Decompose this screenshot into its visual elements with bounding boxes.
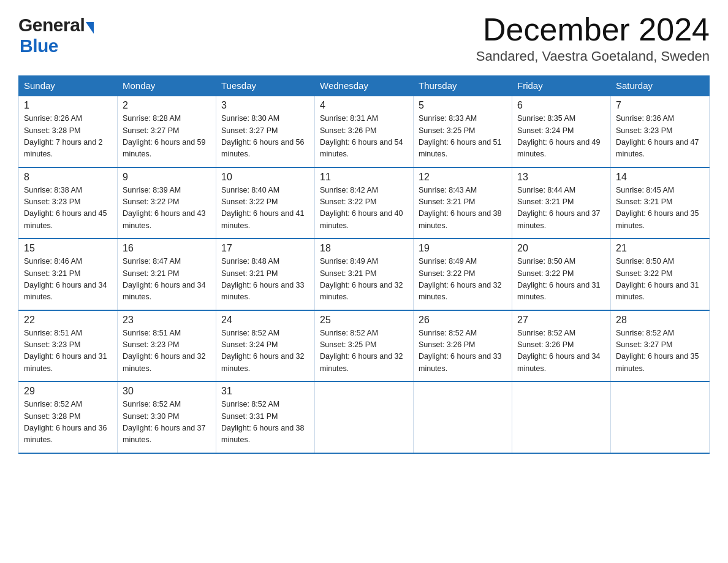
day-number: 6 [517, 100, 605, 111]
day-number: 30 [123, 386, 211, 397]
day-info: Sunrise: 8:40 AMSunset: 3:22 PMDaylight:… [221, 186, 305, 230]
day-info: Sunrise: 8:52 AMSunset: 3:28 PMDaylight:… [24, 400, 107, 444]
day-number: 16 [123, 243, 211, 254]
day-of-week-header: Wednesday [315, 76, 414, 96]
logo-blue: Blue [20, 36, 58, 56]
calendar-day-cell: 18 Sunrise: 8:49 AMSunset: 3:21 PMDaylig… [315, 239, 414, 310]
calendar-day-cell: 23 Sunrise: 8:51 AMSunset: 3:23 PMDaylig… [118, 310, 216, 382]
calendar-day-cell: 2 Sunrise: 8:28 AMSunset: 3:27 PMDayligh… [118, 96, 216, 167]
calendar-week-row: 1 Sunrise: 8:26 AMSunset: 3:28 PMDayligh… [19, 96, 710, 167]
calendar-day-cell: 7 Sunrise: 8:36 AMSunset: 3:23 PMDayligh… [611, 96, 710, 167]
day-of-week-header: Sunday [19, 76, 118, 96]
calendar-day-cell: 11 Sunrise: 8:42 AMSunset: 3:22 PMDaylig… [315, 167, 414, 239]
day-of-week-header: Thursday [414, 76, 512, 96]
day-number: 27 [517, 315, 605, 326]
calendar-day-cell [315, 381, 414, 453]
day-number: 31 [221, 386, 309, 397]
calendar-day-cell: 25 Sunrise: 8:52 AMSunset: 3:25 PMDaylig… [315, 310, 414, 382]
day-info: Sunrise: 8:51 AMSunset: 3:23 PMDaylight:… [123, 329, 206, 373]
day-of-week-header: Monday [118, 76, 216, 96]
day-of-week-header: Friday [512, 76, 611, 96]
calendar-day-cell: 30 Sunrise: 8:52 AMSunset: 3:30 PMDaylig… [118, 381, 216, 453]
calendar-day-cell: 10 Sunrise: 8:40 AMSunset: 3:22 PMDaylig… [216, 167, 315, 239]
day-number: 21 [616, 243, 704, 254]
calendar-day-cell: 4 Sunrise: 8:31 AMSunset: 3:26 PMDayligh… [315, 96, 414, 167]
day-info: Sunrise: 8:52 AMSunset: 3:26 PMDaylight:… [419, 329, 502, 373]
day-info: Sunrise: 8:52 AMSunset: 3:26 PMDaylight:… [517, 329, 601, 373]
day-info: Sunrise: 8:50 AMSunset: 3:22 PMDaylight:… [517, 257, 601, 301]
day-info: Sunrise: 8:52 AMSunset: 3:25 PMDaylight:… [320, 329, 403, 373]
calendar-day-cell: 31 Sunrise: 8:52 AMSunset: 3:31 PMDaylig… [216, 381, 315, 453]
day-number: 23 [123, 315, 211, 326]
day-info: Sunrise: 8:43 AMSunset: 3:21 PMDaylight:… [419, 186, 502, 230]
day-info: Sunrise: 8:44 AMSunset: 3:21 PMDaylight:… [517, 186, 601, 230]
location: Sandared, Vaestra Goetaland, Sweden [476, 48, 710, 64]
calendar-day-cell: 8 Sunrise: 8:38 AMSunset: 3:23 PMDayligh… [19, 167, 118, 239]
calendar-day-cell: 22 Sunrise: 8:51 AMSunset: 3:23 PMDaylig… [19, 310, 118, 382]
day-number: 19 [419, 243, 507, 254]
calendar-day-cell [512, 381, 611, 453]
day-number: 8 [24, 172, 112, 183]
logo-triangle-icon [86, 22, 94, 34]
day-number: 9 [123, 172, 211, 183]
day-number: 12 [419, 172, 507, 183]
calendar-day-cell: 16 Sunrise: 8:47 AMSunset: 3:21 PMDaylig… [118, 239, 216, 310]
day-info: Sunrise: 8:45 AMSunset: 3:21 PMDaylight:… [616, 186, 699, 230]
calendar-day-cell [414, 381, 512, 453]
calendar-day-cell: 6 Sunrise: 8:35 AMSunset: 3:24 PMDayligh… [512, 96, 611, 167]
calendar-day-cell: 15 Sunrise: 8:46 AMSunset: 3:21 PMDaylig… [19, 239, 118, 310]
day-number: 26 [419, 315, 507, 326]
calendar-day-cell: 27 Sunrise: 8:52 AMSunset: 3:26 PMDaylig… [512, 310, 611, 382]
calendar-day-cell: 12 Sunrise: 8:43 AMSunset: 3:21 PMDaylig… [414, 167, 512, 239]
day-number: 7 [616, 100, 704, 111]
logo: General Blue [18, 15, 94, 56]
day-info: Sunrise: 8:52 AMSunset: 3:31 PMDaylight:… [221, 400, 305, 444]
day-info: Sunrise: 8:36 AMSunset: 3:23 PMDaylight:… [616, 114, 699, 158]
day-info: Sunrise: 8:52 AMSunset: 3:27 PMDaylight:… [616, 329, 699, 373]
day-number: 28 [616, 315, 704, 326]
calendar-day-cell: 28 Sunrise: 8:52 AMSunset: 3:27 PMDaylig… [611, 310, 710, 382]
day-of-week-header: Tuesday [216, 76, 315, 96]
calendar-day-cell: 17 Sunrise: 8:48 AMSunset: 3:21 PMDaylig… [216, 239, 315, 310]
calendar-day-cell: 26 Sunrise: 8:52 AMSunset: 3:26 PMDaylig… [414, 310, 512, 382]
day-number: 1 [24, 100, 112, 111]
day-number: 3 [221, 100, 309, 111]
day-number: 18 [320, 243, 408, 254]
day-info: Sunrise: 8:50 AMSunset: 3:22 PMDaylight:… [616, 257, 699, 301]
day-number: 25 [320, 315, 408, 326]
day-number: 29 [24, 386, 112, 397]
day-number: 24 [221, 315, 309, 326]
calendar-day-cell: 5 Sunrise: 8:33 AMSunset: 3:25 PMDayligh… [414, 96, 512, 167]
day-info: Sunrise: 8:42 AMSunset: 3:22 PMDaylight:… [320, 186, 403, 230]
day-number: 10 [221, 172, 309, 183]
day-info: Sunrise: 8:26 AMSunset: 3:28 PMDaylight:… [24, 114, 103, 158]
day-number: 14 [616, 172, 704, 183]
day-number: 20 [517, 243, 605, 254]
calendar-week-row: 22 Sunrise: 8:51 AMSunset: 3:23 PMDaylig… [19, 310, 710, 382]
day-number: 5 [419, 100, 507, 111]
day-info: Sunrise: 8:52 AMSunset: 3:24 PMDaylight:… [221, 329, 305, 373]
day-info: Sunrise: 8:46 AMSunset: 3:21 PMDaylight:… [24, 257, 107, 301]
calendar-week-row: 15 Sunrise: 8:46 AMSunset: 3:21 PMDaylig… [19, 239, 710, 310]
calendar-day-cell: 13 Sunrise: 8:44 AMSunset: 3:21 PMDaylig… [512, 167, 611, 239]
day-of-week-header: Saturday [611, 76, 710, 96]
calendar-day-cell: 14 Sunrise: 8:45 AMSunset: 3:21 PMDaylig… [611, 167, 710, 239]
calendar-day-cell: 21 Sunrise: 8:50 AMSunset: 3:22 PMDaylig… [611, 239, 710, 310]
title-block: December 2024 Sandared, Vaestra Goetalan… [476, 12, 710, 64]
calendar-day-cell: 3 Sunrise: 8:30 AMSunset: 3:27 PMDayligh… [216, 96, 315, 167]
day-number: 15 [24, 243, 112, 254]
day-info: Sunrise: 8:52 AMSunset: 3:30 PMDaylight:… [123, 400, 206, 444]
day-info: Sunrise: 8:47 AMSunset: 3:21 PMDaylight:… [123, 257, 206, 301]
month-title: December 2024 [476, 12, 710, 47]
day-info: Sunrise: 8:30 AMSunset: 3:27 PMDaylight:… [221, 114, 305, 158]
day-info: Sunrise: 8:39 AMSunset: 3:22 PMDaylight:… [123, 186, 206, 230]
calendar-day-cell: 24 Sunrise: 8:52 AMSunset: 3:24 PMDaylig… [216, 310, 315, 382]
day-info: Sunrise: 8:31 AMSunset: 3:26 PMDaylight:… [320, 114, 403, 158]
calendar-day-cell [611, 381, 710, 453]
header-row: SundayMondayTuesdayWednesdayThursdayFrid… [19, 76, 710, 96]
calendar-day-cell: 9 Sunrise: 8:39 AMSunset: 3:22 PMDayligh… [118, 167, 216, 239]
logo-general: General [18, 15, 85, 36]
day-number: 17 [221, 243, 309, 254]
calendar-day-cell: 1 Sunrise: 8:26 AMSunset: 3:28 PMDayligh… [19, 96, 118, 167]
calendar-day-cell: 19 Sunrise: 8:49 AMSunset: 3:22 PMDaylig… [414, 239, 512, 310]
